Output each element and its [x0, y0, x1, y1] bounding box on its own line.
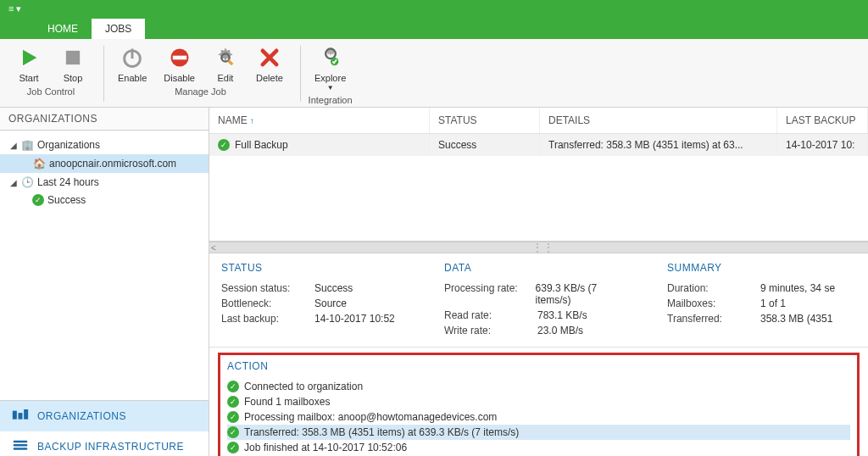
- ribbon-tabs: HOME JOBS: [0, 17, 868, 39]
- panel-title: DATA: [444, 262, 633, 274]
- manage-job-group-label: Manage Job: [109, 86, 292, 97]
- svg-rect-13: [14, 448, 28, 449]
- details-panels: STATUS Session status:Success Bottleneck…: [209, 253, 868, 348]
- nav-bottom: ORGANIZATIONS BACKUP INFRASTRUCTURE: [0, 400, 209, 456]
- explore-icon: [317, 44, 344, 71]
- sort-asc-icon: ↑: [250, 116, 254, 125]
- start-label: Start: [19, 73, 38, 83]
- svg-rect-8: [13, 411, 17, 420]
- list-item[interactable]: Found 1 mailboxes: [227, 394, 850, 409]
- svg-rect-4: [172, 56, 186, 60]
- prohibit-icon: [166, 44, 193, 71]
- col-last-backup[interactable]: LAST BACKUP: [777, 108, 868, 133]
- ribbon-group-job-control: Start Stop Job Control: [7, 42, 95, 105]
- stop-icon: [59, 44, 86, 71]
- ribbon: Start Stop Job Control Enable Disable Ed…: [0, 39, 868, 108]
- power-icon: [119, 44, 146, 71]
- content-area: NAME↑ STATUS DETAILS LAST BACKUP Full Ba…: [209, 108, 868, 456]
- delete-icon: [256, 44, 283, 71]
- list-item[interactable]: Connected to organization: [227, 379, 850, 394]
- tree-org-child[interactable]: 🏠 anoopcnair.onmicrosoft.com: [0, 154, 209, 173]
- action-log: ACTION Connected to organization Found 1…: [218, 353, 860, 456]
- integration-group-label: Integration: [306, 95, 354, 105]
- play-icon: [15, 44, 42, 71]
- svg-rect-11: [14, 441, 28, 442]
- panel-status: STATUS Session status:Success Bottleneck…: [221, 262, 410, 340]
- tree-last24[interactable]: ◢ 🕒 Last 24 hours: [0, 173, 209, 192]
- delete-button[interactable]: Delete: [248, 42, 292, 85]
- left-navigation: ORGANIZATIONS ◢ 🏢 Organizations 🏠 anoopc…: [0, 108, 209, 456]
- tab-jobs[interactable]: JOBS: [92, 19, 145, 39]
- nav-organizations[interactable]: ORGANIZATIONS: [0, 401, 209, 431]
- stop-label: Stop: [64, 73, 83, 83]
- list-item[interactable]: Transferred: 358.3 MB (4351 items) at 63…: [227, 425, 850, 440]
- tree-organizations[interactable]: ◢ 🏢 Organizations: [0, 136, 209, 154]
- delete-label: Delete: [256, 73, 283, 83]
- tree-label: Organizations: [37, 139, 100, 151]
- job-details: Transferred: 358.3 MB (4351 items) at 63…: [540, 134, 777, 156]
- tenant-icon: 🏠: [32, 157, 46, 170]
- col-name[interactable]: NAME↑: [209, 108, 430, 133]
- enable-button[interactable]: Enable: [109, 42, 155, 85]
- success-icon: [227, 411, 239, 423]
- panel-data: DATA Processing rate:639.3 KB/s (7 items…: [444, 262, 633, 340]
- nav-label: ORGANIZATIONS: [37, 410, 126, 422]
- svg-rect-0: [66, 51, 80, 64]
- job-control-group-label: Job Control: [7, 86, 95, 97]
- panel-title: STATUS: [221, 262, 410, 274]
- org-icon: 🏢: [20, 138, 34, 152]
- job-status: Success: [430, 134, 540, 156]
- expander-icon[interactable]: ◢: [10, 178, 19, 187]
- edit-label: Edit: [217, 73, 233, 83]
- ribbon-group-integration: Explore ▼ Integration: [306, 42, 354, 105]
- success-icon: [227, 426, 239, 438]
- svg-rect-9: [18, 413, 22, 419]
- panel-title: SUMMARY: [667, 262, 856, 274]
- tree-label: Last 24 hours: [37, 176, 99, 188]
- disable-label: Disable: [164, 73, 195, 83]
- success-icon: [218, 139, 230, 151]
- backup-infra-icon: [12, 440, 29, 453]
- tree-label: Success: [47, 194, 86, 206]
- svg-rect-12: [14, 444, 28, 446]
- start-button[interactable]: Start: [7, 42, 51, 85]
- leftnav-title: ORGANIZATIONS: [0, 108, 209, 131]
- tab-home[interactable]: HOME: [34, 19, 92, 39]
- enable-label: Enable: [118, 73, 147, 83]
- success-icon: [32, 194, 44, 206]
- organizations-icon: [12, 409, 29, 423]
- clock-icon: 🕒: [20, 175, 34, 189]
- chevron-down-icon: ▼: [327, 84, 334, 92]
- ribbon-group-manage-job: Enable Disable Edit Delete Manage Job: [109, 42, 292, 105]
- expander-icon[interactable]: ◢: [10, 141, 19, 150]
- col-details[interactable]: DETAILS: [540, 108, 777, 133]
- success-icon: [227, 442, 239, 453]
- svg-rect-10: [24, 409, 28, 420]
- tree-success[interactable]: Success: [0, 192, 209, 209]
- table-row[interactable]: Full Backup Success Transferred: 358.3 M…: [209, 134, 868, 156]
- success-icon: [227, 396, 239, 408]
- job-last-backup: 14-10-2017 10:: [777, 134, 868, 156]
- list-item[interactable]: Job finished at 14-10-2017 10:52:06: [227, 440, 850, 455]
- horizontal-scrollbar[interactable]: < ⋮⋮: [209, 242, 868, 253]
- tree: ◢ 🏢 Organizations 🏠 anoopcnair.onmicroso…: [0, 131, 209, 400]
- explore-button[interactable]: Explore ▼: [306, 42, 354, 93]
- job-name: Full Backup: [235, 139, 288, 151]
- col-status[interactable]: STATUS: [430, 108, 540, 133]
- action-title: ACTION: [227, 360, 850, 372]
- success-icon: [227, 381, 239, 392]
- edit-button[interactable]: Edit: [203, 42, 248, 85]
- gear-edit-icon: [212, 44, 239, 71]
- explore-label: Explore: [314, 73, 346, 83]
- list-item[interactable]: Processing mailbox: anoop@howtomanagedev…: [227, 409, 850, 425]
- disable-button[interactable]: Disable: [155, 42, 203, 85]
- panel-summary: SUMMARY Duration:9 minutes, 34 se Mailbo…: [667, 262, 856, 340]
- menu-icon[interactable]: ≡ ▾: [3, 3, 26, 14]
- stop-button[interactable]: Stop: [51, 42, 95, 85]
- jobs-header: NAME↑ STATUS DETAILS LAST BACKUP: [209, 108, 868, 134]
- nav-backup-infra[interactable]: BACKUP INFRASTRUCTURE: [0, 431, 209, 456]
- nav-label: BACKUP INFRASTRUCTURE: [37, 441, 184, 453]
- jobs-table: NAME↑ STATUS DETAILS LAST BACKUP Full Ba…: [209, 108, 868, 242]
- tree-label: anoopcnair.onmicrosoft.com: [49, 158, 176, 170]
- menu-bar: ≡ ▾: [0, 0, 868, 17]
